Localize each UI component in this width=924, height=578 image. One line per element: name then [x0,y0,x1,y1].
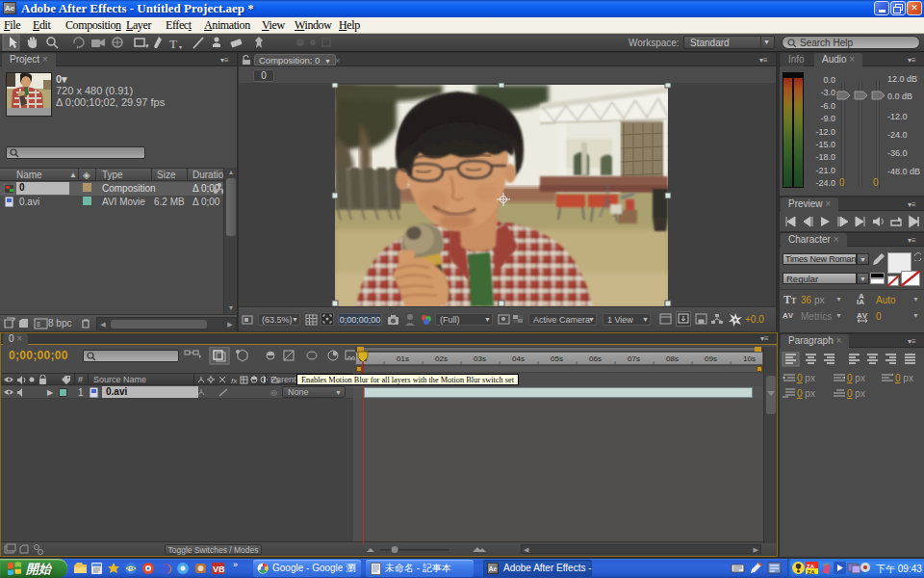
svg-text:▾: ▾ [145,42,149,49]
svg-text:ZA: ZA [808,569,816,575]
svg-text:A̲V̲: A̲V̲ [857,311,868,320]
svg-text:e: e [128,564,133,573]
svg-text:A̲V: A̲V [783,311,794,320]
svg-text:8: 8 [37,321,40,328]
svg-text:fx: fx [231,377,238,385]
svg-text:ΙA: ΙA [857,298,864,305]
svg-text:▾: ▾ [179,44,182,50]
svg-text:»: » [233,560,238,569]
svg-text:T: T [169,37,177,51]
svg-text:VB: VB [213,565,225,574]
